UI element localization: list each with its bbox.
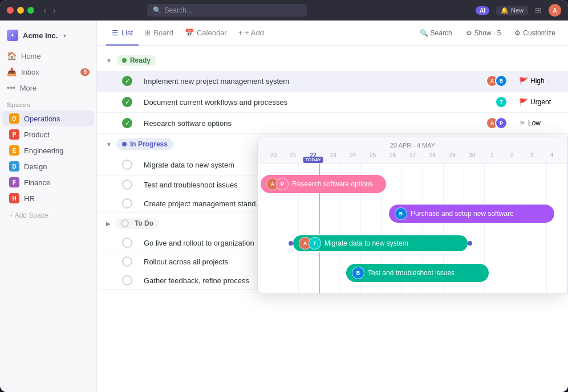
customize-button[interactable]: ⚙ Customize	[511, 27, 559, 39]
gantt-date: 22TODAY	[303, 152, 323, 158]
gantt-row: A T Migrate data to new system	[258, 228, 567, 258]
sidebar-item-finance[interactable]: F Finance	[2, 174, 94, 190]
section-header-ready[interactable]: ▼ Ready	[97, 50, 568, 71]
priority-label: High	[530, 77, 545, 85]
search-button[interactable]: 🔍 Search	[416, 27, 456, 39]
gantt-date: 26	[383, 152, 403, 158]
task-assignees: A B	[486, 75, 508, 87]
new-button[interactable]: 🔔 New	[496, 6, 528, 15]
sidebar-item-more[interactable]: ••• More	[0, 80, 96, 96]
add-space-label: + Add Space	[9, 211, 48, 219]
priority-badge: 🚩 Urgent	[519, 98, 559, 107]
board-tab-label: Board	[153, 28, 173, 37]
task-status-done[interactable]: ✓	[122, 118, 132, 128]
task-list: ▼ Ready ⠿ ✓ Implement new project manage…	[97, 46, 568, 392]
gantt-bar-research: A P Research software options	[261, 175, 386, 193]
avatar: P	[495, 117, 508, 129]
avatar: P	[276, 178, 289, 190]
task-status-empty[interactable]	[122, 198, 132, 209]
add-view-icon: +	[238, 28, 243, 37]
inprogress-arrow-icon: ▼	[106, 141, 112, 148]
sidebar-item-design[interactable]: D Design	[2, 158, 94, 174]
sidebar: Acme Inc. ▾ 🏠 Home 📥 Inbox 9 ••• More Sp…	[0, 21, 97, 392]
sidebar-home-label: Home	[21, 52, 41, 60]
show-icon: ⚙	[466, 29, 472, 37]
tab-board[interactable]: ⊞ Board	[139, 21, 179, 46]
table-row[interactable]: ⠿ ✓ Research software options A P ⚑ Low	[97, 113, 568, 134]
brand-icon	[7, 30, 18, 41]
calendar-tab-icon: 📅	[185, 28, 194, 37]
sidebar-item-operations[interactable]: O Operations	[2, 111, 94, 126]
gantt-bar-avatars: A P	[266, 178, 289, 190]
sidebar-more-label: More	[20, 84, 37, 92]
tab-list[interactable]: ☰ List	[106, 21, 139, 46]
add-view-label: + Add	[245, 28, 264, 37]
more-icon: •••	[7, 83, 15, 92]
app-window: ‹ › 🔍 Search... AI 🔔 New ⊞ A Acme Inc. ▾	[0, 0, 568, 392]
brand-chevron-icon: ▾	[63, 32, 66, 39]
add-view-button[interactable]: + + Add	[233, 28, 270, 37]
gantt-dot-right	[468, 241, 472, 246]
maximize-button[interactable]	[27, 7, 34, 14]
board-tab-icon: ⊞	[144, 28, 151, 37]
gantt-date-range: 20 APR - 4 MAY	[258, 142, 567, 152]
search-icon: 🔍	[153, 6, 161, 14]
avatar: B	[395, 207, 407, 220]
gantt-date: 4	[542, 152, 562, 158]
calendar-tab-label: Calendar	[197, 28, 227, 37]
minimize-button[interactable]	[17, 7, 24, 14]
table-row[interactable]: ⠿ ✓ Implement new project management sys…	[97, 71, 568, 92]
search-icon: 🔍	[420, 29, 428, 37]
finance-icon: F	[9, 177, 19, 187]
sidebar-item-inbox[interactable]: 📥 Inbox 9	[0, 64, 96, 80]
tab-calendar[interactable]: 📅 Calendar	[179, 21, 233, 46]
brand-name: Acme Inc.	[23, 31, 58, 40]
user-avatar[interactable]: A	[549, 4, 561, 17]
sidebar-item-home[interactable]: 🏠 Home	[0, 48, 96, 64]
operations-icon: O	[9, 113, 19, 124]
avatar: B	[352, 267, 364, 279]
gantt-bar-label: Purchase and setup new software	[411, 210, 514, 218]
show-button[interactable]: ⚙ Show · 5	[462, 27, 505, 39]
task-name: Research software options	[144, 119, 486, 128]
finance-label: Finance	[24, 178, 50, 187]
task-status-done[interactable]: ✓	[122, 76, 132, 86]
search-placeholder: Search...	[165, 6, 192, 14]
add-space-button[interactable]: + Add Space	[0, 209, 96, 222]
global-search-bar[interactable]: 🔍 Search...	[147, 4, 307, 17]
table-row[interactable]: ⠿ ✓ Document current workflows and proce…	[97, 92, 568, 113]
ready-badge: Ready	[116, 55, 156, 66]
sidebar-item-engineering[interactable]: E Engineering	[2, 142, 94, 158]
nav-arrows: ‹ ›	[41, 6, 58, 15]
gantt-header: 20 APR - 4 MAY 202122TODAY23242526272829…	[258, 137, 567, 164]
todo-badge: To Do	[115, 218, 159, 229]
product-label: Product	[24, 130, 50, 139]
task-status-empty[interactable]	[122, 256, 132, 267]
task-status-empty[interactable]	[122, 179, 132, 190]
main-layout: Acme Inc. ▾ 🏠 Home 📥 Inbox 9 ••• More Sp…	[0, 21, 568, 392]
ai-badge[interactable]: AI	[476, 6, 489, 15]
brand-logo[interactable]: Acme Inc. ▾	[0, 27, 96, 48]
high-flag-icon: 🚩	[519, 77, 528, 85]
back-button[interactable]: ‹	[41, 6, 48, 15]
grid-icon[interactable]: ⊞	[535, 6, 542, 15]
close-button[interactable]	[7, 7, 14, 14]
gantt-row: B Test and troubleshoot issues	[258, 258, 567, 288]
task-status-done[interactable]: ✓	[122, 97, 132, 107]
gantt-bar-test: B Test and troubleshoot issues	[346, 264, 489, 282]
list-tab-label: List	[121, 28, 133, 37]
customize-label: Customize	[523, 29, 555, 37]
sidebar-item-hr[interactable]: H HR	[2, 190, 94, 206]
inprogress-dot	[122, 142, 127, 146]
low-flag-icon: ⚑	[519, 119, 526, 128]
task-status-empty[interactable]	[122, 160, 132, 170]
task-name: Implement new project management system	[144, 77, 486, 85]
priority-label: Low	[528, 119, 541, 127]
task-status-empty[interactable]	[122, 275, 132, 285]
sidebar-item-product[interactable]: P Product	[2, 126, 94, 142]
task-status-empty[interactable]	[122, 238, 132, 248]
avatar: T	[495, 96, 508, 108]
forward-button[interactable]: ›	[51, 6, 58, 15]
ready-arrow-icon: ▼	[106, 58, 112, 64]
sidebar-inbox-label: Inbox	[21, 68, 39, 76]
